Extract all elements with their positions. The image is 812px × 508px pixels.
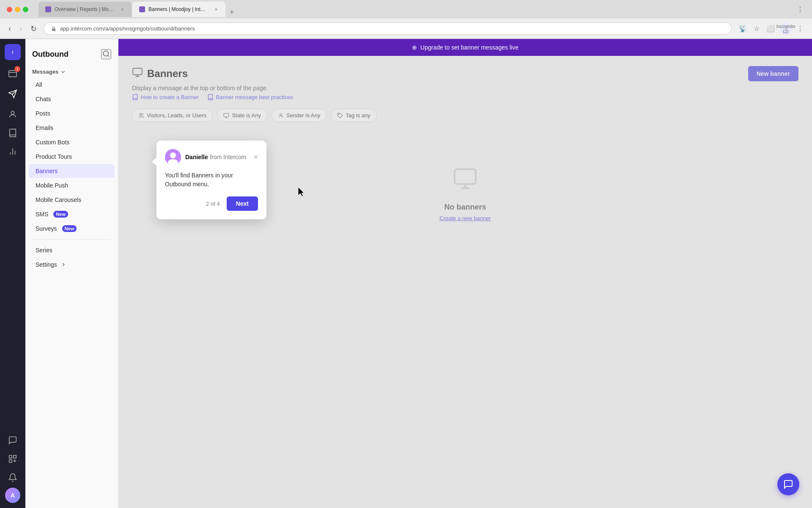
back-button[interactable]: ‹ [7, 22, 13, 35]
sidebar-item-mobile-carousels[interactable]: Mobile Carousels [29, 193, 115, 207]
browser-toolbar: ‹ › ↻ app.intercom.com/a/apps/nnsgmgob/o… [0, 19, 812, 39]
profile-icon[interactable]: Incognito (2) [780, 23, 792, 35]
svg-text:i: i [12, 50, 14, 55]
sidebar-item-banners[interactable]: Banners [29, 164, 115, 178]
sidebar-header: Outbound [25, 46, 118, 66]
apps-icon [8, 454, 17, 464]
browser-menu-button[interactable]: ⋮ [795, 4, 805, 15]
tabs-bar: Overview | Reports | Moodjoy ✕ Banners |… [38, 2, 238, 17]
popover-arrow [152, 157, 156, 166]
tab-icon-overview [45, 6, 51, 12]
inbox-badge: 1 [14, 66, 20, 72]
close-window-button[interactable] [7, 7, 12, 12]
tab-overview[interactable]: Overview | Reports | Moodjoy ✕ [38, 2, 132, 17]
popover-body: You'll find Banners in your Outbound men… [165, 171, 258, 189]
surveys-badge: New [62, 225, 77, 232]
address-bar[interactable]: app.intercom.com/a/apps/nnsgmgob/outboun… [44, 22, 732, 35]
tab-manager-icon[interactable]: ⬜ [765, 23, 776, 34]
sidebar-messages-section[interactable]: Messages [25, 66, 118, 77]
new-tab-button[interactable]: + [226, 8, 238, 17]
sidebar-title: Outbound [32, 50, 69, 59]
icon-nav-reports[interactable] [4, 143, 21, 160]
browser-titlebar: Overview | Reports | Moodjoy ✕ Banners |… [0, 0, 812, 19]
sidebar-item-emails-label: Emails [36, 124, 53, 131]
sidebar-item-all-label: All [36, 81, 42, 88]
popover-close-button[interactable]: × [253, 153, 258, 161]
svg-rect-5 [9, 456, 12, 458]
tab-banners[interactable]: Banners | Moodjoy | Intercom ✕ [132, 2, 225, 17]
sidebar-item-custom-bots-label: Custom Bots [36, 139, 69, 146]
icon-nav-contacts[interactable] [4, 106, 21, 123]
main-content: ⊕ Upgrade to set banner messages live Ba… [118, 39, 812, 508]
browser-more-button[interactable]: ⋮ [795, 23, 805, 34]
icon-nav-logo[interactable]: i [5, 44, 21, 60]
svg-point-8 [103, 51, 108, 56]
maximize-window-button[interactable] [23, 7, 28, 12]
address-text: app.intercom.com/a/apps/nnsgmgob/outboun… [60, 25, 195, 32]
reports-icon [8, 147, 17, 156]
popover-user-name: Danielle [185, 154, 208, 160]
sms-badge: New [53, 211, 68, 218]
popover-user-info: Danielle from Intercom [185, 153, 247, 161]
sidebar-item-mobile-push[interactable]: Mobile Push [29, 179, 115, 192]
sidebar-item-series[interactable]: Series [29, 243, 115, 257]
chat-fab-icon [783, 479, 793, 489]
sidebar-item-chats[interactable]: Chats [29, 92, 115, 106]
browser-chrome: Overview | Reports | Moodjoy ✕ Banners |… [0, 0, 812, 39]
upgrade-banner-icon: ⊕ [412, 44, 417, 51]
chevron-down-icon [60, 69, 66, 75]
knowledge-icon [8, 128, 17, 138]
sidebar-item-surveys[interactable]: Surveys New [29, 222, 115, 235]
icon-nav-knowledge[interactable] [4, 124, 21, 141]
chat-fab-button[interactable] [777, 473, 799, 495]
icon-nav-messenger[interactable] [4, 432, 21, 449]
icon-nav-apps[interactable] [4, 450, 21, 467]
popover-user-source-text: from Intercom [210, 154, 246, 160]
minimize-window-button[interactable] [15, 7, 20, 12]
cast-icon[interactable]: 📡 [737, 23, 749, 34]
bookmark-icon[interactable]: ☆ [752, 23, 761, 34]
avatar-initials: A [11, 492, 15, 499]
lock-icon [51, 26, 57, 32]
incognito-label: Incognito (2) [776, 24, 796, 34]
tab-close-overview[interactable]: ✕ [119, 6, 125, 12]
reload-button[interactable]: ↻ [29, 22, 38, 35]
tab-label-banners: Banners | Moodjoy | Intercom [148, 6, 208, 12]
sidebar-item-posts-label: Posts [36, 110, 50, 117]
sidebar-item-settings[interactable]: Settings [29, 258, 115, 271]
content-area: Banners New banner Display a message at … [118, 56, 812, 508]
traffic-lights [7, 7, 28, 12]
svg-point-16 [170, 152, 176, 158]
sidebar-item-sms[interactable]: SMS New [29, 207, 115, 221]
sidebar-item-mobile-carousels-label: Mobile Carousels [36, 196, 81, 203]
sidebar-item-custom-bots[interactable]: Custom Bots [29, 135, 115, 149]
popover-header: Danielle from Intercom × [165, 149, 258, 165]
sidebar-series-label: Series [36, 247, 52, 254]
sidebar-item-emails[interactable]: Emails [29, 121, 115, 135]
sidebar-item-all[interactable]: All [29, 78, 115, 91]
icon-nav-notifications[interactable] [4, 469, 21, 486]
content-overlay [118, 56, 812, 508]
messages-label: Messages [32, 69, 58, 75]
svg-rect-7 [9, 460, 12, 462]
sidebar-item-product-tours[interactable]: Product Tours [29, 150, 115, 163]
chevron-right-icon [60, 262, 66, 268]
browser-toolbar-actions: 📡 ☆ ⬜ Incognito (2) ⋮ [737, 23, 805, 35]
popover-next-button[interactable]: Next [227, 196, 258, 211]
intercom-logo-icon: i [8, 47, 17, 57]
upgrade-banner[interactable]: ⊕ Upgrade to set banner messages live [118, 39, 812, 56]
sidebar-item-banners-label: Banners [36, 168, 58, 174]
popover-user: Danielle from Intercom [165, 149, 247, 165]
popover-avatar [165, 149, 181, 165]
sidebar-item-chats-label: Chats [36, 96, 51, 102]
icon-nav-avatar[interactable]: A [5, 488, 20, 503]
icon-nav-inbox[interactable]: 1 [4, 65, 21, 82]
notifications-icon [8, 473, 17, 482]
sidebar-search-button[interactable] [101, 49, 111, 59]
tab-close-banners[interactable]: ✕ [213, 6, 219, 12]
icon-nav-outbound[interactable] [4, 86, 21, 102]
app: i 1 A [0, 39, 812, 508]
tab-label-overview: Overview | Reports | Moodjoy [55, 6, 114, 12]
sidebar-item-posts[interactable]: Posts [29, 107, 115, 120]
forward-button[interactable]: › [18, 22, 24, 35]
